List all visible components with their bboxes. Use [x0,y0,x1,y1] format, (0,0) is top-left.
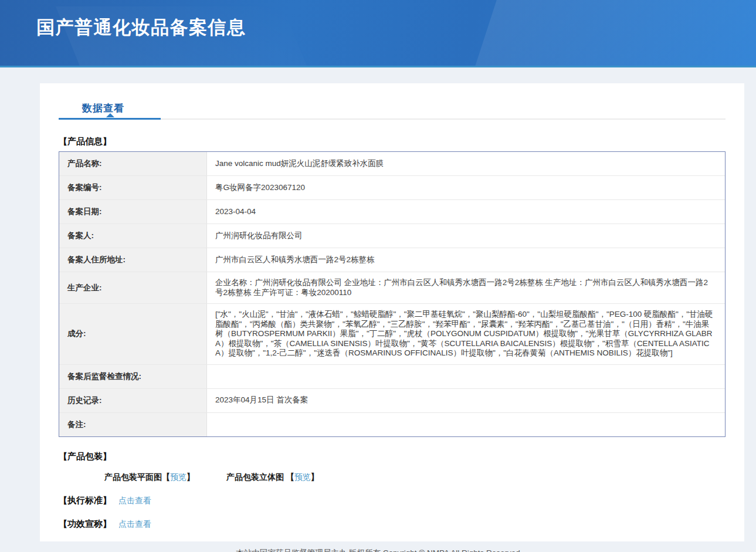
packaging-stereo-item: 产品包装立体图 【预览】 [226,472,319,483]
standards-heading: 【执行标准】 [59,495,111,505]
row-label: 成分: [59,304,207,364]
packaging-heading: 【产品包装】 [59,451,726,462]
row-label: 备注: [59,413,207,436]
row-value: 广州市白云区人和镇秀水塘西一路2号2栋整栋 [207,248,725,272]
page-title: 国产普通化妆品备案信息 [0,0,756,40]
efficacy-heading: 【功效宣称】 [59,519,111,529]
row-value: 粤G妆网备字2023067120 [207,176,725,199]
tab-bar: 数据查看 [59,99,726,120]
standards-row: 【执行标准】点击查看 [59,495,726,506]
page-footer: 本站由国家药品监督管理局主办 版权所有 Copyright © NMPA All… [0,541,756,552]
row-label: 备案人: [59,224,207,248]
row-value [207,365,725,388]
table-row-filing-date: 备案日期: 2023-04-04 [59,200,725,224]
row-label: 生产企业: [59,272,207,303]
row-value [207,413,725,436]
packaging-flat-label: 产品包装平面图 [104,472,162,482]
row-value: 2023-04-04 [207,200,725,223]
row-value: Jane volcanic mud妍泥火山泥舒缓紧致补水面膜 [207,152,725,175]
bracket-open: 【 [162,472,170,482]
table-row-supervision: 备案后监督检查情况: [59,365,725,389]
row-value: ["水"，"火山泥"，"甘油"，"液体石蜡"，"鲸蜡硬脂醇"，"聚二甲基硅氧烷"… [207,304,725,364]
packaging-links-row: 产品包装平面图【预览】 产品包装立体图 【预览】 [104,472,726,483]
efficacy-row: 【功效宣称】点击查看 [59,519,726,530]
table-row-filer: 备案人: 广州润研化妆品有限公司 [59,224,725,248]
table-row-filer-address: 备案人住所地址: 广州市白云区人和镇秀水塘西一路2号2栋整栋 [59,248,725,272]
product-info-table: 产品名称: Jane volcanic mud妍泥火山泥舒缓紧致补水面膜 备案编… [59,151,726,437]
tab-data-view[interactable]: 数据查看 [82,99,124,118]
packaging-flat-preview-link[interactable]: 预览 [170,472,187,482]
bracket-close: 】 [311,472,319,482]
copyright-text: 本站由国家药品监督管理局主办 版权所有 Copyright © NMPA All… [236,548,520,552]
row-label: 产品名称: [59,152,207,175]
row-label: 备案人住所地址: [59,248,207,272]
tab-active-underline [59,118,161,120]
table-row-ingredients: 成分: ["水"，"火山泥"，"甘油"，"液体石蜡"，"鲸蜡硬脂醇"，"聚二甲基… [59,304,725,365]
packaging-flat-item: 产品包装平面图【预览】 [104,472,195,483]
table-row-manufacturer: 生产企业: 企业名称：广州润研化妆品有限公司 企业地址：广州市白云区人和镇秀水塘… [59,272,725,304]
table-row-remarks: 备注: [59,413,725,436]
table-row-filing-number: 备案编号: 粤G妆网备字2023067120 [59,176,725,200]
row-label: 备案日期: [59,200,207,223]
packaging-stereo-preview-link[interactable]: 预览 [294,472,311,482]
product-info-heading: 【产品信息】 [59,136,726,147]
standards-view-link[interactable]: 点击查看 [118,496,151,505]
row-label: 历史记录: [59,389,207,412]
row-value: 企业名称：广州润研化妆品有限公司 企业地址：广州市白云区人和镇秀水塘西一路2号2… [207,272,725,303]
table-row-history: 历史记录: 2023年04月15日 首次备案 [59,389,725,413]
bracket-open: 【 [286,472,294,482]
table-row-product-name: 产品名称: Jane volcanic mud妍泥火山泥舒缓紧致补水面膜 [59,152,725,176]
efficacy-view-link[interactable]: 点击查看 [118,519,151,529]
content-card: 数据查看 【产品信息】 产品名称: Jane volcanic mud妍泥火山泥… [40,83,744,541]
page-header: 国产普通化妆品备案信息 [0,0,756,67]
row-value: 广州润研化妆品有限公司 [207,224,725,248]
row-label: 备案后监督检查情况: [59,365,207,388]
packaging-stereo-label: 产品包装立体图 [226,472,286,482]
row-label: 备案编号: [59,176,207,199]
tab-caret-icon [106,113,114,117]
bracket-close: 】 [187,472,195,482]
row-value: 2023年04月15日 首次备案 [207,389,725,412]
